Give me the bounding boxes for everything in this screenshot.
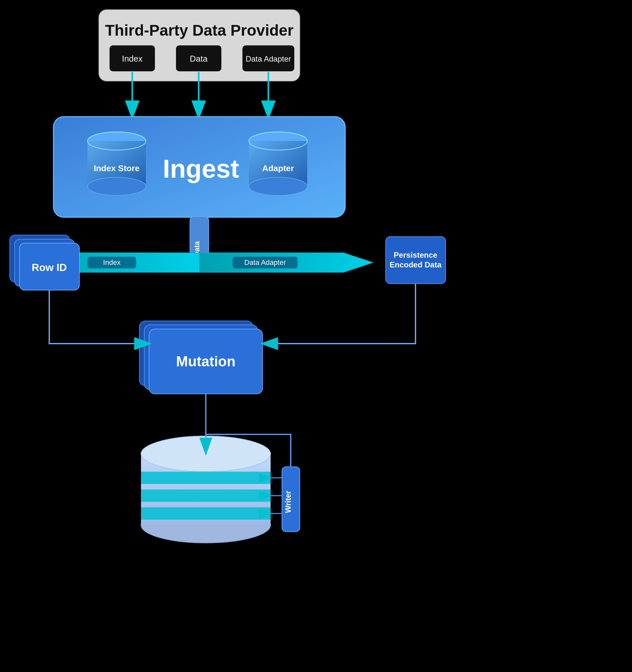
data-adapter-arrow-label: Data Adapter xyxy=(244,258,286,266)
adapter-cylinder-bottom xyxy=(249,177,307,195)
persistence-label-1: Persistence xyxy=(394,250,438,259)
writer-label: Writer xyxy=(284,491,292,513)
third-party-title: Third-Party Data Provider xyxy=(105,22,293,39)
db-stripe-3 xyxy=(141,507,271,520)
mutation-label: Mutation xyxy=(176,353,235,369)
adapter-label: Adapter xyxy=(262,163,294,173)
rowid-label: Row ID xyxy=(32,262,67,273)
index-store-cylinder-bottom xyxy=(88,177,146,195)
db-stripe-1 xyxy=(141,472,271,484)
arrow-persistence-to-mutation xyxy=(263,284,415,344)
data-button-label: Data xyxy=(190,54,208,64)
index-store-label: Index Store xyxy=(94,163,140,173)
db-stripe-2 xyxy=(141,489,271,502)
index-button-label: Index xyxy=(122,54,143,64)
data-adapter-button-label: Data Adapter xyxy=(246,54,291,63)
persistence-label-2: Encoded Data xyxy=(390,260,442,269)
index-arrow-label: Index xyxy=(103,258,121,266)
arrow-rowid-to-mutation xyxy=(49,290,149,344)
ingest-label: Ingest xyxy=(163,154,239,183)
